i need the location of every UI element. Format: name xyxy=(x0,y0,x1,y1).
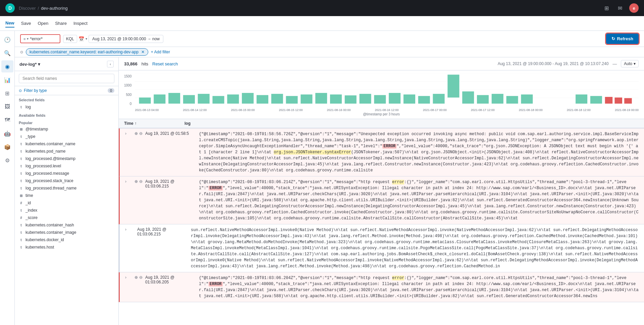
svg-rect-11 xyxy=(242,93,254,104)
field-icon-lp-stack-trace: t xyxy=(19,178,23,183)
main-layout: 🕐 🔍 ◉ 📊 ⊞ 🖼 🗺 🤖 📦 ⚙ ≡ ▾ *error* KQL 📅 ▾ … xyxy=(0,31,644,325)
field-log-processed-message[interactable]: t log_processed.message xyxy=(15,170,118,177)
field-pod-name[interactable]: t kubernetes.pod_name xyxy=(15,148,118,155)
nav-share[interactable]: Share xyxy=(55,19,67,27)
app-logo[interactable]: D xyxy=(5,3,15,13)
date-picker[interactable]: Aug 13, 2021 @ 19:00:00.000 → now xyxy=(89,35,163,43)
field-log-processed-stack-trace[interactable]: t log_processed.stack_trace xyxy=(15,177,118,184)
side-icon-discover[interactable]: ◉ xyxy=(1,60,13,72)
nav-new[interactable]: New xyxy=(5,19,14,28)
field-type-icon-t: t xyxy=(19,105,23,109)
side-icon-search[interactable]: 🔍 xyxy=(1,47,13,59)
search-input[interactable]: *error* xyxy=(30,36,57,41)
add-filter-button[interactable]: + Add filter xyxy=(151,50,170,54)
row-expand-2[interactable]: › xyxy=(125,227,132,232)
calendar-expand-icon[interactable]: ▾ xyxy=(86,37,87,41)
svg-rect-17 xyxy=(330,95,342,104)
query-input-wrapper[interactable]: ≡ ▾ *error* xyxy=(20,34,60,43)
breadcrumb-discover[interactable]: Discover xyxy=(19,6,36,11)
col-header-time[interactable]: Time ↑ xyxy=(124,121,184,126)
side-icon-clock[interactable]: 🕐 xyxy=(1,34,13,46)
field-time[interactable]: ⊞ time xyxy=(15,192,118,199)
svg-rect-34 xyxy=(615,98,623,104)
kql-badge[interactable]: KQL xyxy=(63,35,77,43)
row-content-0: {"@timestamp":"2021-08-19T01:58:56.726Z"… xyxy=(199,131,639,173)
main-body: dev-log* ▾ ‹ ⊙ Filter by type 0 Selected xyxy=(15,57,644,325)
magnify-minus-icon-1[interactable]: ⊖ xyxy=(139,179,143,184)
search-main: KQL 📅 ▾ Aug 13, 2021 @ 19:00:00.000 → no… xyxy=(63,35,603,43)
query-type-icon: ≡ xyxy=(23,37,25,41)
row-expand-1[interactable]: › xyxy=(125,179,132,184)
side-icon-canvas[interactable]: 🖼 xyxy=(1,101,13,113)
popular-label: Popular xyxy=(15,119,118,125)
side-icon-settings[interactable]: ⚙ xyxy=(1,154,13,166)
field-score[interactable]: # _score xyxy=(15,214,118,221)
calendar-icon[interactable]: 📅 xyxy=(78,36,84,42)
field-icon-container-name: t xyxy=(19,142,23,146)
svg-rect-23 xyxy=(418,96,430,104)
magnify-plus-icon-1[interactable]: ⊕ xyxy=(135,179,138,184)
side-icon-visualize[interactable]: 📊 xyxy=(1,74,13,86)
row-expand-3[interactable]: › xyxy=(125,275,132,280)
field-container-name[interactable]: t kubernetes.container_name xyxy=(15,140,118,148)
content-area: ≡ ▾ *error* KQL 📅 ▾ Aug 13, 2021 @ 19:00… xyxy=(15,31,644,325)
field-container-hash[interactable]: t kubernetes.container_hash xyxy=(15,221,118,229)
svg-rect-30 xyxy=(521,95,533,104)
chart-area: 1500 1000 500 0 xyxy=(119,70,644,119)
field-log-processed-level[interactable]: t log_processed.level xyxy=(15,162,118,170)
nav-save[interactable]: Save xyxy=(21,19,31,27)
log-row-1[interactable]: › ⊕ ⊖ Aug 19, 2021 @ 01:03:06.215 {"@tim… xyxy=(119,176,644,224)
row-expand-0[interactable]: › xyxy=(125,131,132,136)
field-docker-id[interactable]: t kubernetes.docker_id xyxy=(15,236,118,243)
nav-inspect[interactable]: Inspect xyxy=(73,19,88,27)
log-row-0[interactable]: › ⊕ ⊖ Aug 19, 2021 @ 01:58:5 {"@timestam… xyxy=(119,128,644,176)
magnify-minus-icon-3[interactable]: ⊖ xyxy=(139,275,143,280)
grid-icon[interactable]: ⊞ xyxy=(602,4,610,12)
index-selector[interactable]: dev-log* ▾ ‹ xyxy=(15,57,118,71)
field-log-processed-timestamp[interactable]: t log_processed.@timestamp xyxy=(15,155,118,162)
filter-by-type[interactable]: ⊙ Filter by type 0 xyxy=(15,86,118,95)
log-row-3[interactable]: › ⊕ ⊖ Aug 19, 2021 @ 01:03:06.205 {"@tim… xyxy=(119,272,644,302)
field-host[interactable]: t kubernetes.host xyxy=(15,243,118,251)
hits-label: hits xyxy=(142,61,148,66)
magnify-plus-icon[interactable]: ⊕ xyxy=(135,131,138,136)
svg-rect-16 xyxy=(315,93,327,104)
index-pattern-label: dev-log* xyxy=(19,62,37,67)
side-icon-ml[interactable]: 🤖 xyxy=(1,127,13,140)
field-log-processed-thread-name[interactable]: t log_processed.thread_name xyxy=(15,184,118,192)
mail-icon[interactable]: ✉ xyxy=(616,4,624,12)
refresh-button[interactable]: ↻ Refresh xyxy=(606,34,639,44)
chart-y-axis: 1500 1000 500 0 xyxy=(124,73,133,112)
magnify-minus-icon[interactable]: ⊖ xyxy=(139,131,143,136)
field-id[interactable]: # _id xyxy=(15,199,118,207)
field-timestamp[interactable]: ⊞ @timestamp xyxy=(15,125,118,133)
svg-rect-19 xyxy=(360,94,371,104)
interval-select[interactable]: Auto ▾ xyxy=(621,60,639,67)
field-icon-timestamp: ⊞ xyxy=(19,127,23,131)
collapse-button[interactable]: ‹ xyxy=(107,61,114,67)
filter-type-count: 0 xyxy=(108,88,114,93)
side-icon-dashboard[interactable]: ⊞ xyxy=(1,87,13,99)
svg-rect-5 xyxy=(154,95,166,104)
svg-rect-31 xyxy=(576,95,587,104)
field-search-input[interactable] xyxy=(19,74,114,83)
row-content-2: sun.reflect.NativeMethodAccessorImpl.inv… xyxy=(191,227,639,269)
query-expand-icon[interactable]: ▾ xyxy=(27,37,29,41)
breadcrumb-current: dev-authoring xyxy=(41,6,68,11)
side-icon-stack[interactable]: 📦 xyxy=(1,141,13,153)
date-range-display: Aug 13, 2021 @ 19:00:00.000 - Aug 19, 20… xyxy=(498,61,609,66)
filter-badge-0[interactable]: kubernetes.container_name.keyword: earl-… xyxy=(26,48,148,56)
nav-open[interactable]: Open xyxy=(38,19,48,27)
reset-search-button[interactable]: Reset search xyxy=(152,61,178,66)
field-icon-score: # xyxy=(19,215,23,220)
svg-rect-25 xyxy=(448,75,460,98)
side-icon-maps[interactable]: 🗺 xyxy=(1,114,13,126)
log-row-2[interactable]: › Aug 19, 2021 @ 01:03:06.215 sun.reflec… xyxy=(119,224,644,272)
field-container-image[interactable]: t kubernetes.container_image xyxy=(15,229,118,236)
field-index[interactable]: t _index xyxy=(15,207,118,214)
magnify-plus-icon-3[interactable]: ⊕ xyxy=(135,275,138,280)
filter-close-icon[interactable]: ✕ xyxy=(141,50,145,54)
selected-field-log[interactable]: t log xyxy=(15,103,118,111)
field-type[interactable]: t _type xyxy=(15,133,118,140)
user-avatar[interactable]: e xyxy=(629,3,639,13)
